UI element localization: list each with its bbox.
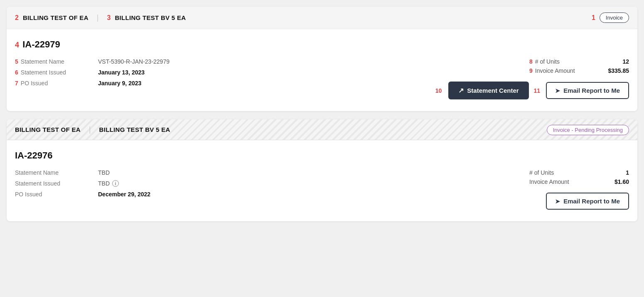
statement-name-label: 5 Statement Name <box>15 58 81 65</box>
card2-metrics: # of Units 1 Invoice Amount $1.60 <box>430 169 629 185</box>
invoice-status-badge: Invoice <box>600 12 629 23</box>
amount-value: $335.85 <box>596 67 629 74</box>
email-report-button-2[interactable]: ➤ Email Report to Me <box>546 193 629 210</box>
card2-units-value: 1 <box>596 169 629 176</box>
card2-header-left: BILLING TEST OF EA | BILLING TEST BV 5 E… <box>15 125 170 134</box>
badge-5: 5 <box>15 58 18 65</box>
amount-label: 9 Invoice Amount <box>529 67 596 74</box>
info-icon: i <box>112 180 119 187</box>
card2-details-right: # of Units 1 Invoice Amount $1.60 ➤ Emai… <box>430 169 629 210</box>
statement-issued-label: 6 Statement Issued <box>15 69 81 76</box>
send-icon-1: ➤ <box>555 87 560 94</box>
card1-invoice-id-row: 4 IA-22979 <box>15 39 629 50</box>
badge-8: 8 <box>529 58 533 65</box>
badge-9: 9 <box>529 67 533 74</box>
card1-details-row: 5 Statement Name VST-5390-R-JAN-23-22979… <box>15 58 629 99</box>
units-label: 8 # of Units <box>529 58 596 65</box>
card2-divider: | <box>89 125 91 134</box>
amount-line: 9 Invoice Amount $335.85 <box>430 67 629 74</box>
badge-1: 1 <box>592 14 595 22</box>
card2-amount-label: Invoice Amount <box>529 178 596 185</box>
card1-details-right: 8 # of Units 12 9 Invoice Amount $335.85 <box>430 58 629 99</box>
pending-status-badge: Invoice - Pending Processing <box>547 125 629 135</box>
divider: | <box>97 13 99 22</box>
statement-center-button[interactable]: ↗ Statement Center <box>448 82 528 99</box>
card1-title-1: BILLING TEST OF EA <box>23 14 88 21</box>
card2-header-right: Invoice - Pending Processing <box>547 126 629 134</box>
badge-2: 2 <box>15 14 19 22</box>
card1-details-left: 5 Statement Name VST-5390-R-JAN-23-22979… <box>15 58 430 91</box>
invoice-card-2: BILLING TEST OF EA | BILLING TEST BV 5 E… <box>7 119 637 221</box>
units-value: 12 <box>596 58 629 65</box>
send-icon-2: ➤ <box>555 198 560 205</box>
card1-actions: 10 ↗ Statement Center 11 ➤ Email Report … <box>430 82 629 99</box>
card2-amount-line: Invoice Amount $1.60 <box>430 178 629 185</box>
badge-11: 11 <box>534 87 541 94</box>
card2-actions: ➤ Email Report to Me <box>430 193 629 210</box>
badge-4: 4 <box>15 41 19 49</box>
external-link-icon: ↗ <box>458 87 464 94</box>
card2-statement-name-value: TBD <box>98 169 110 176</box>
card2-units-line: # of Units 1 <box>430 169 629 176</box>
card1-header: 2 BILLING TEST OF EA | 3 BILLING TEST BV… <box>7 7 637 29</box>
badge-10: 10 <box>435 87 442 94</box>
card2-statement-name-label: Statement Name <box>15 169 81 176</box>
card2-statement-issued-line: Statement Issued TBD i <box>15 180 430 187</box>
card2-amount-value: $1.60 <box>596 178 629 185</box>
card2-details-left: Statement Name TBD Statement Issued TBD … <box>15 169 430 202</box>
badge-7: 7 <box>15 80 18 87</box>
po-issued-value: January 9, 2023 <box>98 80 141 87</box>
card2-po-issued-line: PO Issued December 29, 2022 <box>15 191 430 198</box>
card2-details-row: Statement Name TBD Statement Issued TBD … <box>15 169 629 210</box>
card1-metrics: 8 # of Units 12 9 Invoice Amount $335.85 <box>430 58 629 74</box>
card1-title-2: BILLING TEST BV 5 EA <box>115 14 186 21</box>
card1-body: 4 IA-22979 5 Statement Name VST-5390-R-J… <box>7 29 637 111</box>
po-issued-label: 7 PO Issued <box>15 80 81 87</box>
card2-statement-name-line: Statement Name TBD <box>15 169 430 176</box>
statement-issued-value: January 13, 2023 <box>98 69 145 76</box>
card1-header-left: 2 BILLING TEST OF EA | 3 BILLING TEST BV… <box>15 13 186 22</box>
email-report-button-1[interactable]: ➤ Email Report to Me <box>546 82 629 99</box>
card2-body: IA-22976 Statement Name TBD Statement Is… <box>7 140 637 221</box>
statement-name-line: 5 Statement Name VST-5390-R-JAN-23-22979 <box>15 58 430 65</box>
card1-invoice-id: IA-22979 <box>22 39 60 50</box>
card2-invoice-id: IA-22976 <box>15 150 629 161</box>
statement-issued-line: 6 Statement Issued January 13, 2023 <box>15 69 430 76</box>
card2-title-2: BILLING TEST BV 5 EA <box>99 126 170 133</box>
statement-name-value: VST-5390-R-JAN-23-22979 <box>98 58 170 65</box>
card2-header: BILLING TEST OF EA | BILLING TEST BV 5 E… <box>7 119 637 140</box>
card1-header-right: 1 Invoice <box>592 12 629 23</box>
card2-units-label: # of Units <box>529 169 596 176</box>
badge-3: 3 <box>107 14 111 22</box>
po-issued-line: 7 PO Issued January 9, 2023 <box>15 80 430 87</box>
card2-po-issued-label: PO Issued <box>15 191 81 198</box>
invoice-card-1: 2 BILLING TEST OF EA | 3 BILLING TEST BV… <box>7 7 637 111</box>
card2-title-1: BILLING TEST OF EA <box>15 126 81 133</box>
card2-statement-issued-label: Statement Issued <box>15 180 81 187</box>
card2-statement-issued-value: TBD i <box>98 180 119 187</box>
card2-po-issued-value: December 29, 2022 <box>98 191 150 198</box>
badge-6: 6 <box>15 69 18 76</box>
units-line: 8 # of Units 12 <box>430 58 629 65</box>
